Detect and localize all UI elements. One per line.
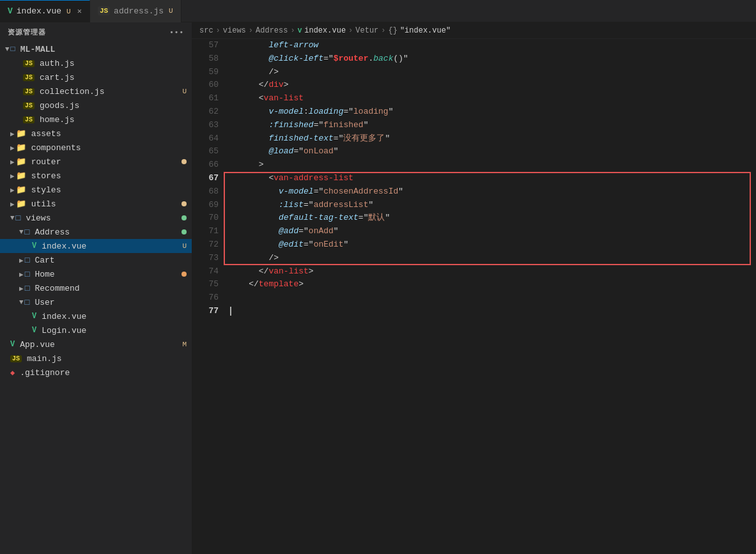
sidebar-item-router[interactable]: ▶ 📁 router — [0, 155, 192, 169]
tab-index-vue-label: index.vue — [17, 6, 61, 16]
ln-65: 65 — [197, 145, 219, 158]
views-badge — [181, 215, 187, 220]
sidebar-item-login[interactable]: V Login.vue — [0, 323, 192, 337]
ln-74: 74 — [197, 265, 219, 279]
breadcrumb-sep3: › — [290, 26, 295, 35]
ln-73: 73 — [197, 252, 219, 265]
sidebar-item-gitignore[interactable]: ◆ .gitignore — [0, 365, 192, 380]
sidebar-item-cart[interactable]: JS cart.js — [0, 70, 192, 84]
code-line-59: /> — [229, 66, 751, 79]
sidebar-item-goods[interactable]: JS goods.js — [0, 98, 192, 112]
ln-64: 64 — [197, 132, 219, 146]
sidebar-label-utils: utils — [31, 199, 181, 209]
sidebar-root[interactable]: ▼ □ ML-MALL — [0, 42, 192, 56]
sidebar-item-address[interactable]: ▼ □ Address — [0, 225, 192, 239]
ln-71: 71 — [197, 225, 219, 238]
sidebar-item-auth[interactable]: JS auth.js — [0, 56, 192, 70]
sidebar-item-user-index[interactable]: V index.vue — [0, 309, 192, 323]
close-icon[interactable]: ✕ — [77, 6, 82, 16]
sidebar-item-collection[interactable]: JS collection.js U — [0, 84, 192, 98]
ln-62: 62 — [197, 105, 219, 119]
code-line-72: @edit="onEdit" — [229, 238, 751, 252]
vue-file-icon: V — [32, 312, 36, 321]
vue-file-icon: V — [32, 326, 36, 335]
code-line-60: </div> — [229, 79, 751, 92]
code-line-77 — [229, 305, 751, 318]
code-editor[interactable]: 57 58 59 60 61 62 63 64 65 66 67 68 69 7… — [192, 39, 756, 554]
ln-68: 68 — [197, 185, 219, 199]
folder-open-icon: □ — [25, 227, 30, 237]
js-file-icon: JS — [23, 116, 35, 123]
chevron-right-icon: ▶ — [10, 186, 15, 194]
sidebar-item-stores[interactable]: ▶ 📁 stores — [0, 169, 192, 183]
tab-address-js[interactable]: JS address.js U — [90, 0, 181, 22]
sidebar-label-main-js: main.js — [27, 354, 192, 364]
app-vue-modified: M — [182, 341, 187, 348]
root-folder-icon: □ — [11, 45, 15, 54]
folder-icon: 📁 — [16, 185, 26, 195]
chevron-right-icon: ▶ — [19, 270, 24, 279]
js-file-icon: JS — [23, 88, 35, 95]
sidebar-item-views[interactable]: ▼ □ views — [0, 211, 192, 225]
vue-file-icon: V — [32, 242, 36, 250]
code-line-73: /> — [229, 252, 751, 265]
sidebar-label-assets: assets — [31, 129, 192, 139]
ln-63: 63 — [197, 119, 219, 132]
breadcrumb: src › views › Address › V index.vue › Ve… — [192, 22, 756, 39]
breadcrumb-vue-icon: V — [298, 27, 302, 35]
ellipsis-icon[interactable]: ••• — [169, 29, 184, 36]
sidebar-item-home-js[interactable]: JS home.js — [0, 112, 192, 127]
code-line-70: default-tag-text="默认" — [229, 212, 751, 225]
address-badge — [181, 229, 187, 235]
sidebar-label-recommend: Recommend — [35, 284, 192, 293]
js-icon: JS — [98, 6, 110, 15]
sidebar-label-views: views — [26, 213, 181, 223]
chevron-down-icon: ▼ — [19, 298, 24, 306]
chevron-right-icon: ▶ — [10, 172, 15, 180]
ln-57: 57 — [197, 39, 219, 52]
sidebar-item-styles[interactable]: ▶ 📁 styles — [0, 183, 192, 197]
code-line-75: </template> — [229, 278, 751, 291]
breadcrumb-curly: {} — [389, 26, 397, 35]
code-line-76 — [229, 291, 751, 305]
sidebar-item-components[interactable]: ▶ 📁 components — [0, 141, 192, 155]
code-line-65: @load="onLoad" — [229, 145, 751, 158]
main-layout: 资源管理器 ••• ▼ □ ML-MALL JS auth.js JS cart… — [0, 22, 756, 554]
sidebar-label-auth: auth.js — [40, 59, 192, 68]
sidebar-item-home-folder[interactable]: ▶ □ Home — [0, 267, 192, 281]
folder-icon: □ — [25, 284, 30, 293]
folder-icon: 📁 — [16, 199, 26, 209]
folder-icon: 📁 — [16, 171, 26, 181]
sidebar-item-recommend[interactable]: ▶ □ Recommend — [0, 281, 192, 295]
folder-icon: 📁 — [16, 142, 26, 153]
code-line-64: finished-text="没有更多了" — [229, 132, 751, 146]
sidebar-item-assets[interactable]: ▶ 📁 assets — [0, 127, 192, 141]
sidebar-item-utils[interactable]: ▶ 📁 utils — [0, 197, 192, 211]
chevron-right-icon: ▶ — [10, 200, 15, 208]
breadcrumb-quoted-index: "index.vue" — [400, 26, 451, 35]
sidebar-header-icons[interactable]: ••• — [169, 29, 184, 36]
code-line-67: <van-address-list — [229, 172, 751, 185]
sidebar-header: 资源管理器 ••• — [0, 22, 192, 42]
sidebar-item-main-js[interactable]: JS main.js — [0, 351, 192, 365]
ln-61: 61 — [197, 92, 219, 105]
chevron-right-icon: ▶ — [10, 158, 15, 166]
code-line-66: > — [229, 158, 751, 172]
breadcrumb-index-vue: index.vue — [304, 26, 346, 35]
tab-address-js-label: address.js — [114, 6, 164, 16]
sidebar-item-cart-folder[interactable]: ▶ □ Cart — [0, 253, 192, 267]
ln-76: 76 — [197, 291, 219, 305]
tab-index-vue[interactable]: V index.vue U ✕ — [0, 0, 90, 22]
sidebar-item-index-vue[interactable]: V index.vue U — [0, 239, 192, 253]
sidebar-label-cart-folder: Cart — [35, 256, 192, 265]
folder-icon: 📁 — [16, 128, 26, 139]
ln-59: 59 — [197, 66, 219, 79]
code-line-68: v-model="chosenAddressId" — [229, 185, 751, 199]
breadcrumb-sep4: › — [348, 26, 353, 35]
sidebar-label-user: User — [35, 298, 192, 307]
sidebar-item-user[interactable]: ▼ □ User — [0, 295, 192, 309]
chevron-down-icon: ▼ — [10, 214, 15, 222]
sidebar-item-app-vue[interactable]: V App.vue M — [0, 337, 192, 351]
cursor — [230, 307, 231, 316]
sidebar-label-address: Address — [35, 227, 181, 237]
